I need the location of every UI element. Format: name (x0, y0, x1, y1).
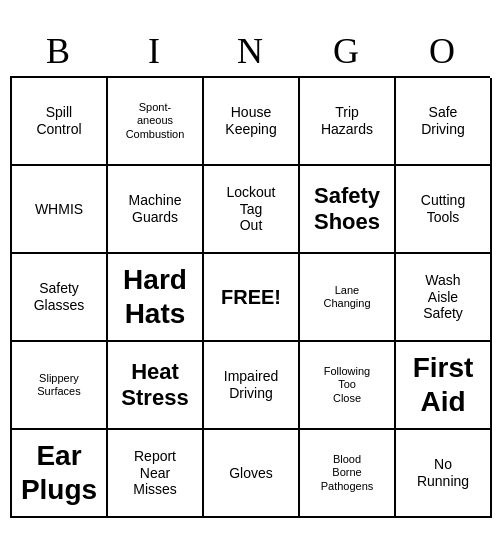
bingo-cell: Safety Glasses (12, 254, 108, 342)
bingo-grid: Spill ControlSpont- aneous CombustionHou… (10, 76, 490, 518)
header-letter: O (398, 30, 486, 72)
cell-text: FREE! (221, 285, 281, 309)
header-letter: G (302, 30, 390, 72)
cell-text: Heat Stress (121, 359, 188, 412)
cell-text: Gloves (229, 465, 273, 482)
cell-text: Report Near Misses (133, 448, 177, 498)
cell-text: Safe Driving (421, 104, 465, 138)
bingo-cell: Impaired Driving (204, 342, 300, 430)
cell-text: First Aid (413, 351, 474, 418)
cell-text: Ear Plugs (21, 439, 97, 506)
cell-text: Wash Aisle Safety (423, 272, 463, 322)
cell-text: Spont- aneous Combustion (126, 101, 185, 141)
cell-text: Lane Changing (323, 284, 370, 310)
bingo-cell: Blood Borne Pathogens (300, 430, 396, 518)
bingo-cell: Wash Aisle Safety (396, 254, 492, 342)
cell-text: Machine Guards (129, 192, 182, 226)
cell-text: Trip Hazards (321, 104, 373, 138)
bingo-header: BINGO (10, 26, 490, 76)
cell-text: Slippery Surfaces (37, 372, 80, 398)
bingo-cell: Safety Shoes (300, 166, 396, 254)
bingo-card: BINGO Spill ControlSpont- aneous Combust… (10, 26, 490, 518)
cell-text: House Keeping (225, 104, 276, 138)
cell-text: Spill Control (36, 104, 81, 138)
bingo-cell: Spont- aneous Combustion (108, 78, 204, 166)
cell-text: Safety Shoes (314, 183, 380, 236)
bingo-cell: Hard Hats (108, 254, 204, 342)
bingo-cell: Ear Plugs (12, 430, 108, 518)
cell-text: Lockout Tag Out (226, 184, 275, 234)
cell-text: Safety Glasses (34, 280, 85, 314)
cell-text: Cutting Tools (421, 192, 465, 226)
bingo-cell: Report Near Misses (108, 430, 204, 518)
cell-text: Blood Borne Pathogens (321, 453, 374, 493)
bingo-cell: Following Too Close (300, 342, 396, 430)
bingo-cell: First Aid (396, 342, 492, 430)
cell-text: Following Too Close (324, 365, 370, 405)
cell-text: Hard Hats (123, 263, 187, 330)
bingo-cell: Safe Driving (396, 78, 492, 166)
cell-text: Impaired Driving (224, 368, 278, 402)
bingo-cell: Heat Stress (108, 342, 204, 430)
bingo-cell: Lane Changing (300, 254, 396, 342)
bingo-cell: Machine Guards (108, 166, 204, 254)
cell-text: No Running (417, 456, 469, 490)
bingo-cell: Spill Control (12, 78, 108, 166)
header-letter: I (110, 30, 198, 72)
bingo-cell: WHMIS (12, 166, 108, 254)
bingo-cell: Trip Hazards (300, 78, 396, 166)
bingo-cell: FREE! (204, 254, 300, 342)
header-letter: B (14, 30, 102, 72)
cell-text: WHMIS (35, 201, 83, 218)
header-letter: N (206, 30, 294, 72)
bingo-cell: House Keeping (204, 78, 300, 166)
bingo-cell: No Running (396, 430, 492, 518)
bingo-cell: Cutting Tools (396, 166, 492, 254)
bingo-cell: Gloves (204, 430, 300, 518)
bingo-cell: Slippery Surfaces (12, 342, 108, 430)
bingo-cell: Lockout Tag Out (204, 166, 300, 254)
